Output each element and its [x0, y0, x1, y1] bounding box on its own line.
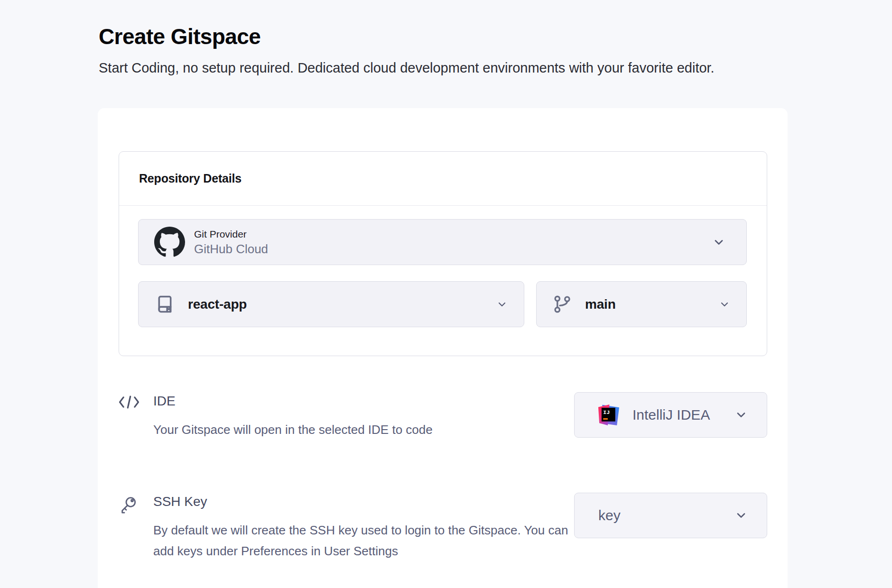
git-branch-icon: [552, 294, 573, 314]
key-icon: [119, 493, 153, 516]
ssh-key-select-value: key: [598, 507, 621, 524]
git-provider-value: GitHub Cloud: [194, 241, 268, 257]
page-title: Create Gitspace: [99, 24, 892, 49]
repo-branch-row: react-app: [138, 281, 747, 327]
ssh-key-select[interactable]: key: [574, 493, 767, 538]
git-provider-text: Git Provider GitHub Cloud: [194, 228, 268, 257]
repository-details-heading: Repository Details: [139, 172, 242, 185]
intellij-idea-icon: IJ: [598, 404, 619, 425]
ssh-key-label: SSH Key: [153, 494, 574, 510]
ide-text: IDE Your Gitspace will open in the selec…: [153, 392, 574, 441]
repository-value: react-app: [188, 297, 247, 312]
ide-label: IDE: [153, 393, 574, 409]
repository-book-icon: [154, 294, 176, 315]
repository-details-body: Git Provider GitHub Cloud: [119, 206, 767, 356]
github-logo-icon: [154, 227, 185, 257]
repository-details-header: Repository Details: [119, 152, 767, 206]
ide-description: Your Gitspace will open in the selected …: [153, 420, 574, 441]
ssh-key-description: By default we will create the SSH key us…: [153, 520, 574, 561]
branch-value: main: [585, 297, 616, 312]
ide-select-value: IntelliJ IDEA: [632, 407, 710, 423]
branch-select[interactable]: main: [536, 281, 747, 327]
repository-details-card: Repository Details Git Provider GitHub C…: [119, 151, 767, 356]
chevron-down-icon: [712, 236, 725, 249]
svg-text:IJ: IJ: [603, 409, 610, 416]
git-provider-label: Git Provider: [194, 228, 268, 240]
ssh-key-text: SSH Key By default we will create the SS…: [153, 493, 574, 561]
chevron-down-icon: [496, 299, 508, 310]
repository-select[interactable]: react-app: [138, 281, 524, 327]
git-provider-select[interactable]: Git Provider GitHub Cloud: [138, 219, 747, 265]
ssh-key-section: SSH Key By default we will create the SS…: [119, 493, 767, 561]
ide-select[interactable]: IJ IntelliJ IDEA: [574, 392, 767, 438]
code-icon: [119, 392, 153, 409]
chevron-down-icon: [719, 299, 730, 310]
create-gitspace-panel: Repository Details Git Provider GitHub C…: [98, 108, 788, 588]
ide-section: IDE Your Gitspace will open in the selec…: [119, 392, 767, 441]
page-subtitle: Start Coding, no setup required. Dedicat…: [99, 59, 763, 77]
chevron-down-icon: [734, 509, 748, 522]
chevron-down-icon: [734, 408, 748, 422]
